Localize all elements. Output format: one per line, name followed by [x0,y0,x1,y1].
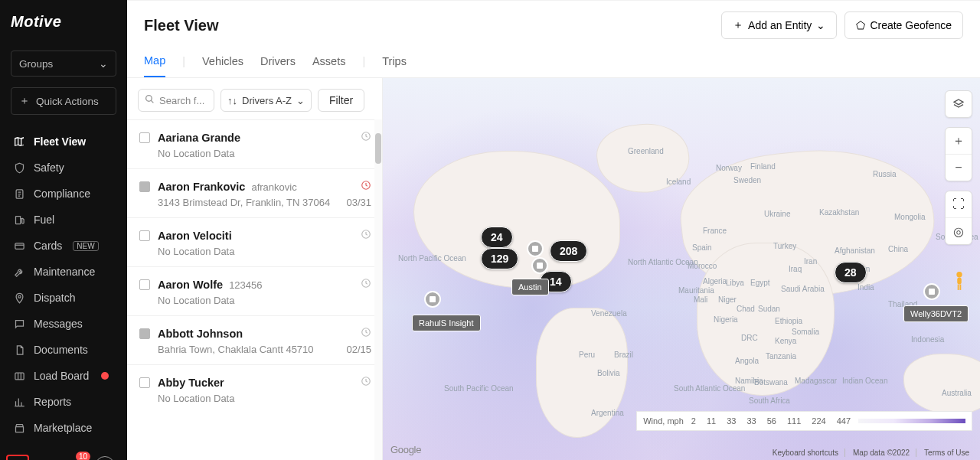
cluster-pill[interactable]: 129 [481,248,518,269]
map-label: India [858,283,874,292]
driver-row[interactable]: Aaron Frankovicafrankovic 3143 Brimstead… [127,168,382,217]
nav-item-documents[interactable]: Documents [0,337,127,363]
driver-row[interactable]: Aaron Wolfe123456 No Location Data [127,266,382,315]
svg-rect-3 [15,243,23,249]
tab-vehicles[interactable]: Vehicles [202,55,243,77]
nav-item-compliance[interactable]: Compliance [0,181,127,207]
help-icon[interactable] [37,456,57,460]
driver-list[interactable]: Aariana Grande No Location Data Aaron Fr… [127,119,382,460]
nav-item-marketplace[interactable]: Marketplace [0,415,127,441]
checkbox[interactable] [139,328,150,339]
map-label: Indian Ocean [842,377,888,385]
checkbox[interactable] [139,132,150,143]
clock-icon [361,278,371,292]
fuel-icon [12,213,26,227]
tab-map[interactable]: Map [144,54,165,77]
driver-row[interactable]: Aariana Grande No Location Data [127,119,382,168]
driver-row[interactable]: Abbott Johnson Bahria Town, Chaklala Can… [127,315,382,364]
card-icon [12,239,26,253]
nav-item-fleet-view[interactable]: Fleet View [0,129,127,155]
legend-title: Wind, mph [643,416,684,426]
driver-location: No Location Data [158,295,234,306]
main-nav: Fleet ViewSafetyComplianceFuelCardsNEWMa… [0,124,127,445]
locate-icon[interactable]: ◎ [946,218,972,244]
map-label: Venezuela [591,309,627,318]
nav-item-dispatch[interactable]: Dispatch [0,285,127,311]
scrollbar-thumb[interactable] [375,133,381,164]
sort-dropdown[interactable]: ↑↓ Drivers A-Z ⌄ [220,89,312,112]
groups-dropdown[interactable]: Groups ⌄ [11,51,116,77]
checkbox[interactable] [139,181,150,192]
map-label: Indonesia [911,335,944,344]
driver-panel: Search f... ↑↓ Drivers A-Z ⌄ Filter Aari… [127,78,383,460]
checkbox[interactable] [139,279,150,290]
chevron-down-icon: ⌄ [296,95,305,106]
map-tag[interactable]: Welly36DVT2 [903,305,969,322]
map-view[interactable]: North Pacific OceanNorth Atlantic OceanS… [383,78,980,460]
chevron-down-icon: ⌄ [816,19,825,31]
nav-item-messages[interactable]: Messages [0,311,127,337]
admin-settings-icon[interactable] [8,456,28,460]
add-entity-button[interactable]: ＋ Add an Entity ⌄ [721,11,837,39]
pin-icon [12,291,26,305]
cluster-pill[interactable]: 208 [550,240,587,262]
pegman-icon[interactable] [946,268,972,294]
map-label: Brazil [614,351,633,359]
tab-drivers[interactable]: Drivers [260,55,296,77]
checkbox[interactable] [139,377,150,388]
docs-icon [12,343,26,357]
vehicle-marker[interactable] [923,283,940,300]
map-label: Ethiopia [775,317,802,325]
checkbox[interactable] [139,230,150,241]
map-footer-link[interactable]: Keyboard shortcuts [773,449,845,457]
create-geofence-button[interactable]: ⬠ Create Geofence [844,11,963,39]
zoom-out-icon[interactable]: − [946,155,972,181]
tab-trips[interactable]: Trips [382,55,407,77]
wrench-icon [12,265,26,279]
topbar: Fleet View ＋ Add an Entity ⌄ ⬠ Create Ge… [127,0,980,47]
clock-icon [361,180,371,194]
map-label: Finland [750,162,776,171]
map-label: South Africa [749,396,790,405]
notifications-icon[interactable]: 10 [66,456,86,460]
nav-item-reports[interactable]: Reports [0,389,127,415]
vehicle-marker[interactable] [424,291,441,308]
svg-rect-5 [15,373,23,380]
cluster-pill[interactable]: 28 [835,262,867,283]
map-footer-link[interactable]: Terms of Use [924,449,975,457]
board-icon [12,369,26,383]
nav-item-cards[interactable]: CardsNEW [0,233,127,259]
map-label: Afghanistan [835,246,875,255]
driver-row[interactable]: Aaron Velociti No Location Data [127,217,382,266]
svg-rect-20 [959,285,961,290]
nav-item-safety[interactable]: Safety [0,155,127,181]
driver-name: Aaron Velociti [158,230,232,242]
map-label: Angola [735,357,759,365]
new-badge: NEW [73,241,98,251]
map-label: Norway [716,164,742,172]
map-footer-link[interactable]: Map data ©2022 [853,449,916,457]
nav-item-fuel[interactable]: Fuel [0,207,127,233]
brand-logo: Motive [0,0,127,44]
user-avatar[interactable]: MB [95,456,115,460]
msg-icon [12,317,26,331]
cluster-pill[interactable]: 24 [481,227,513,248]
map-label: Saudi Arabia [781,285,825,293]
nav-item-maintenance[interactable]: Maintenance [0,259,127,285]
quick-actions-button[interactable]: ＋ Quick Actions [11,87,116,115]
layers-icon[interactable] [946,91,972,117]
map-label: Kenya [775,337,796,345]
map-tag[interactable]: Austin [511,279,549,295]
filter-button[interactable]: Filter [318,89,364,112]
fullscreen-icon[interactable]: ⛶ [946,191,972,217]
zoom-in-icon[interactable]: ＋ [946,128,972,154]
tab-assets[interactable]: Assets [312,55,346,77]
vehicle-marker[interactable] [531,257,548,274]
driver-row[interactable]: Abby Tucker No Location Data [127,364,382,413]
nav-item-load-board[interactable]: Load Board [0,363,127,389]
search-input[interactable]: Search f... [138,89,214,112]
map-label: Bolivia [597,369,619,377]
map-label: Tanzania [766,352,796,360]
map-tag[interactable]: RahulS Insight [412,315,481,331]
vehicle-marker[interactable] [527,240,544,257]
